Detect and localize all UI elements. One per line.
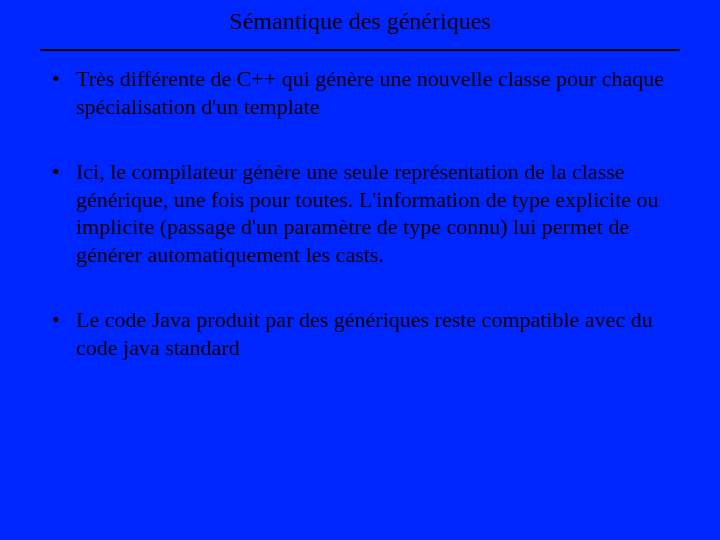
bullet-item: Ici, le compilateur génère une seule rep… [50, 158, 680, 268]
bullet-item: Le code Java produit par des génériques … [50, 306, 680, 361]
title-underline [40, 49, 680, 51]
slide-title: Sémantique des génériques [227, 8, 492, 39]
bullet-list: Très différente de C++ qui génère une no… [30, 65, 690, 361]
bullet-item: Très différente de C++ qui génère une no… [50, 65, 680, 120]
slide: Sémantique des génériques Très différent… [0, 0, 720, 540]
title-wrap: Sémantique des génériques [30, 8, 690, 39]
